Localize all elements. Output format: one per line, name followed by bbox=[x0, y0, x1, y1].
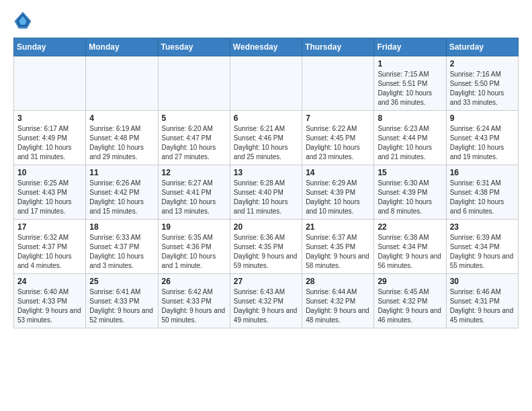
day-number: 15 bbox=[378, 168, 442, 177]
day-info: Sunrise: 7:16 AM Sunset: 5:50 PM Dayligh… bbox=[450, 70, 515, 107]
calendar-cell: 16Sunrise: 6:31 AM Sunset: 4:38 PM Dayli… bbox=[446, 165, 518, 220]
day-header-monday: Monday bbox=[86, 38, 158, 56]
calendar-cell: 29Sunrise: 6:45 AM Sunset: 4:32 PM Dayli… bbox=[374, 274, 446, 328]
calendar-cell: 2Sunrise: 7:16 AM Sunset: 5:50 PM Daylig… bbox=[446, 56, 518, 111]
day-number: 1 bbox=[378, 59, 442, 68]
day-info: Sunrise: 6:43 AM Sunset: 4:32 PM Dayligh… bbox=[234, 287, 298, 325]
day-info: Sunrise: 6:32 AM Sunset: 4:37 PM Dayligh… bbox=[17, 233, 82, 271]
day-info: Sunrise: 6:30 AM Sunset: 4:39 PM Dayligh… bbox=[378, 179, 442, 216]
day-info: Sunrise: 6:38 AM Sunset: 4:34 PM Dayligh… bbox=[378, 233, 442, 271]
calendar-cell: 6Sunrise: 6:21 AM Sunset: 4:46 PM Daylig… bbox=[230, 111, 302, 165]
calendar-cell: 8Sunrise: 6:23 AM Sunset: 4:44 PM Daylig… bbox=[374, 111, 446, 165]
calendar-cell bbox=[158, 56, 230, 111]
calendar-cell: 3Sunrise: 6:17 AM Sunset: 4:49 PM Daylig… bbox=[14, 111, 86, 165]
day-info: Sunrise: 6:22 AM Sunset: 4:45 PM Dayligh… bbox=[306, 124, 370, 162]
calendar-cell bbox=[86, 56, 158, 111]
day-number: 22 bbox=[378, 222, 442, 232]
day-number: 30 bbox=[450, 277, 515, 286]
day-number: 25 bbox=[89, 277, 154, 286]
day-number: 19 bbox=[162, 222, 226, 232]
calendar-table: SundayMondayTuesdayWednesdayThursdayFrid… bbox=[13, 38, 519, 328]
day-header-sunday: Sunday bbox=[14, 38, 86, 56]
calendar-cell: 17Sunrise: 6:32 AM Sunset: 4:37 PM Dayli… bbox=[14, 220, 86, 274]
day-info: Sunrise: 6:23 AM Sunset: 4:44 PM Dayligh… bbox=[378, 124, 442, 162]
day-info: Sunrise: 6:40 AM Sunset: 4:33 PM Dayligh… bbox=[17, 287, 82, 325]
day-info: Sunrise: 6:31 AM Sunset: 4:38 PM Dayligh… bbox=[450, 179, 515, 216]
day-info: Sunrise: 6:25 AM Sunset: 4:43 PM Dayligh… bbox=[17, 179, 82, 216]
day-header-friday: Friday bbox=[374, 38, 446, 56]
day-info: Sunrise: 7:15 AM Sunset: 5:51 PM Dayligh… bbox=[378, 70, 442, 107]
day-info: Sunrise: 6:20 AM Sunset: 4:47 PM Dayligh… bbox=[162, 124, 226, 162]
day-info: Sunrise: 6:19 AM Sunset: 4:48 PM Dayligh… bbox=[89, 124, 154, 162]
calendar-cell: 25Sunrise: 6:41 AM Sunset: 4:33 PM Dayli… bbox=[86, 274, 158, 328]
page-header bbox=[13, 11, 519, 30]
day-info: Sunrise: 6:21 AM Sunset: 4:46 PM Dayligh… bbox=[234, 124, 298, 162]
calendar-cell: 14Sunrise: 6:29 AM Sunset: 4:39 PM Dayli… bbox=[302, 165, 374, 220]
day-number: 24 bbox=[17, 277, 82, 286]
day-number: 8 bbox=[378, 113, 442, 123]
day-number: 5 bbox=[162, 113, 226, 123]
logo-icon bbox=[13, 11, 32, 30]
calendar-cell: 20Sunrise: 6:36 AM Sunset: 4:35 PM Dayli… bbox=[230, 220, 302, 274]
day-number: 26 bbox=[162, 277, 226, 286]
day-number: 2 bbox=[450, 59, 515, 68]
day-info: Sunrise: 6:26 AM Sunset: 4:42 PM Dayligh… bbox=[89, 179, 154, 216]
calendar-cell: 26Sunrise: 6:42 AM Sunset: 4:33 PM Dayli… bbox=[158, 274, 230, 328]
day-number: 16 bbox=[450, 168, 515, 177]
day-number: 11 bbox=[89, 168, 154, 177]
calendar-cell: 22Sunrise: 6:38 AM Sunset: 4:34 PM Dayli… bbox=[374, 220, 446, 274]
day-header-wednesday: Wednesday bbox=[230, 38, 302, 56]
calendar-cell: 27Sunrise: 6:43 AM Sunset: 4:32 PM Dayli… bbox=[230, 274, 302, 328]
calendar-cell bbox=[14, 56, 86, 111]
day-number: 4 bbox=[89, 113, 154, 123]
day-info: Sunrise: 6:27 AM Sunset: 4:41 PM Dayligh… bbox=[162, 179, 226, 216]
day-info: Sunrise: 6:41 AM Sunset: 4:33 PM Dayligh… bbox=[89, 287, 154, 325]
day-info: Sunrise: 6:36 AM Sunset: 4:35 PM Dayligh… bbox=[234, 233, 298, 271]
day-info: Sunrise: 6:24 AM Sunset: 4:43 PM Dayligh… bbox=[450, 124, 515, 162]
day-info: Sunrise: 6:45 AM Sunset: 4:32 PM Dayligh… bbox=[378, 287, 442, 325]
day-number: 20 bbox=[234, 222, 298, 232]
day-number: 29 bbox=[378, 277, 442, 286]
day-info: Sunrise: 6:28 AM Sunset: 4:40 PM Dayligh… bbox=[234, 179, 298, 216]
calendar-cell bbox=[302, 56, 374, 111]
calendar-cell: 28Sunrise: 6:44 AM Sunset: 4:32 PM Dayli… bbox=[302, 274, 374, 328]
day-info: Sunrise: 6:44 AM Sunset: 4:32 PM Dayligh… bbox=[306, 287, 370, 325]
calendar-cell: 4Sunrise: 6:19 AM Sunset: 4:48 PM Daylig… bbox=[86, 111, 158, 165]
day-info: Sunrise: 6:42 AM Sunset: 4:33 PM Dayligh… bbox=[162, 287, 226, 325]
day-number: 14 bbox=[306, 168, 370, 177]
calendar-cell: 9Sunrise: 6:24 AM Sunset: 4:43 PM Daylig… bbox=[446, 111, 518, 165]
day-number: 27 bbox=[234, 277, 298, 286]
day-number: 6 bbox=[234, 113, 298, 123]
day-info: Sunrise: 6:39 AM Sunset: 4:34 PM Dayligh… bbox=[450, 233, 515, 271]
day-header-saturday: Saturday bbox=[446, 38, 518, 56]
week-row-2: 3Sunrise: 6:17 AM Sunset: 4:49 PM Daylig… bbox=[14, 111, 519, 165]
day-number: 23 bbox=[450, 222, 515, 232]
calendar-cell: 30Sunrise: 6:46 AM Sunset: 4:31 PM Dayli… bbox=[446, 274, 518, 328]
calendar-cell: 5Sunrise: 6:20 AM Sunset: 4:47 PM Daylig… bbox=[158, 111, 230, 165]
week-row-3: 10Sunrise: 6:25 AM Sunset: 4:43 PM Dayli… bbox=[14, 165, 519, 220]
day-number: 9 bbox=[450, 113, 515, 123]
week-row-1: 1Sunrise: 7:15 AM Sunset: 5:51 PM Daylig… bbox=[14, 56, 519, 111]
day-number: 7 bbox=[306, 113, 370, 123]
day-number: 17 bbox=[17, 222, 82, 232]
day-number: 3 bbox=[17, 113, 82, 123]
calendar-cell: 7Sunrise: 6:22 AM Sunset: 4:45 PM Daylig… bbox=[302, 111, 374, 165]
calendar-cell: 23Sunrise: 6:39 AM Sunset: 4:34 PM Dayli… bbox=[446, 220, 518, 274]
day-number: 10 bbox=[17, 168, 82, 177]
calendar-cell: 15Sunrise: 6:30 AM Sunset: 4:39 PM Dayli… bbox=[374, 165, 446, 220]
day-info: Sunrise: 6:29 AM Sunset: 4:39 PM Dayligh… bbox=[306, 179, 370, 216]
day-info: Sunrise: 6:33 AM Sunset: 4:37 PM Dayligh… bbox=[89, 233, 154, 271]
calendar-cell: 19Sunrise: 6:35 AM Sunset: 4:36 PM Dayli… bbox=[158, 220, 230, 274]
day-info: Sunrise: 6:17 AM Sunset: 4:49 PM Dayligh… bbox=[17, 124, 82, 162]
calendar-cell: 10Sunrise: 6:25 AM Sunset: 4:43 PM Dayli… bbox=[14, 165, 86, 220]
calendar-cell: 1Sunrise: 7:15 AM Sunset: 5:51 PM Daylig… bbox=[374, 56, 446, 111]
calendar-cell: 13Sunrise: 6:28 AM Sunset: 4:40 PM Dayli… bbox=[230, 165, 302, 220]
day-number: 13 bbox=[234, 168, 298, 177]
day-number: 12 bbox=[162, 168, 226, 177]
day-info: Sunrise: 6:46 AM Sunset: 4:31 PM Dayligh… bbox=[450, 287, 515, 325]
calendar-cell bbox=[230, 56, 302, 111]
calendar-cell: 21Sunrise: 6:37 AM Sunset: 4:35 PM Dayli… bbox=[302, 220, 374, 274]
day-info: Sunrise: 6:37 AM Sunset: 4:35 PM Dayligh… bbox=[306, 233, 370, 271]
week-row-5: 24Sunrise: 6:40 AM Sunset: 4:33 PM Dayli… bbox=[14, 274, 519, 328]
calendar-cell: 24Sunrise: 6:40 AM Sunset: 4:33 PM Dayli… bbox=[14, 274, 86, 328]
